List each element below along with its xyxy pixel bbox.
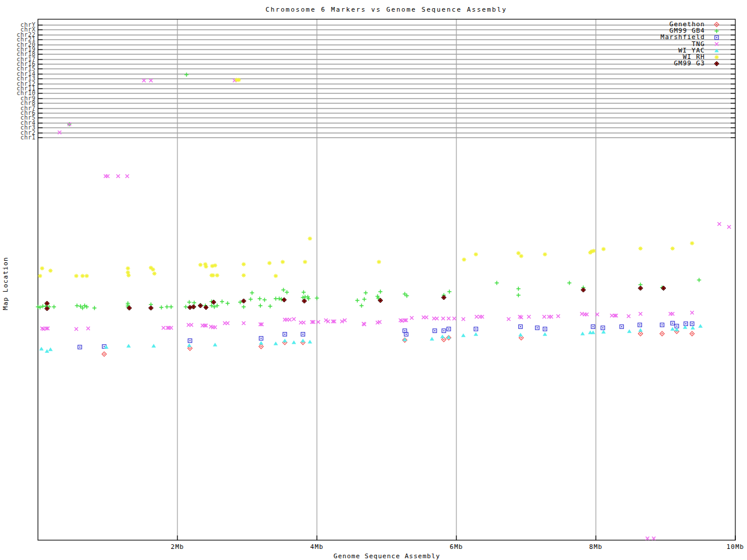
data-point-dot: [537, 327, 538, 328]
data-point: [638, 246, 643, 250]
data-point-dot: [104, 346, 105, 347]
data-point: [690, 326, 695, 330]
data-point-dot: [521, 337, 522, 338]
data-point: [452, 317, 456, 320]
chart-title: Chromosome 6 Markers vs Genome Sequence …: [266, 6, 507, 13]
data-point-dot: [193, 306, 194, 307]
data-point: [727, 225, 731, 229]
data-point: [242, 273, 246, 277]
data-point: [516, 287, 521, 291]
data-point: [116, 174, 120, 178]
data-point: [292, 341, 296, 344]
data-point: [556, 314, 560, 318]
data-point: [38, 274, 42, 278]
x-tick-label: 4Mb: [310, 543, 324, 551]
data-point: [543, 332, 547, 336]
data-point-dot: [544, 328, 546, 330]
data-point: [274, 342, 278, 345]
legend-marker: [714, 22, 719, 27]
x-tick-label: 6Mb: [450, 543, 463, 551]
data-point: [302, 321, 305, 324]
data-point-dot: [284, 334, 285, 335]
data-point-dot: [692, 333, 693, 334]
legend-marker: [715, 36, 718, 39]
data-point-dot: [303, 300, 305, 302]
data-point: [378, 290, 382, 294]
data-point: [355, 299, 359, 303]
data-point: [126, 270, 130, 274]
data-point: [430, 337, 434, 341]
data-point: [220, 300, 224, 304]
data-point: [435, 317, 439, 320]
data-point: [75, 327, 78, 331]
data-point: [190, 323, 193, 327]
data-point: [274, 297, 278, 301]
data-point: [267, 261, 271, 265]
data-point: [263, 298, 267, 302]
data-point-dot: [200, 305, 201, 306]
data-point-dot: [47, 308, 48, 309]
data-point: [125, 174, 129, 178]
data-point: [638, 328, 643, 332]
data-point: [74, 274, 78, 278]
legend: GenethonGM99 GB4MarshfieldTNGWI YACWI RH…: [661, 20, 719, 67]
data-point: [690, 311, 694, 314]
data-point: [425, 316, 428, 319]
data-point: [302, 290, 306, 295]
data-point: [462, 317, 465, 321]
data-point: [169, 305, 173, 309]
data-point: [410, 316, 414, 320]
data-point: [274, 274, 278, 278]
data-point-dot: [47, 303, 48, 304]
data-point-dot: [676, 326, 678, 327]
data-point: [250, 291, 254, 295]
data-point: [127, 273, 131, 277]
data-point: [192, 301, 196, 305]
data-point: [671, 246, 675, 250]
data-point: [226, 302, 230, 306]
x-axis-label: Genome Sequence Assembly: [334, 552, 441, 560]
data-point: [152, 344, 156, 348]
data-point: [308, 340, 312, 344]
data-point: [543, 252, 547, 256]
data-point: [303, 260, 307, 264]
data-point: [249, 298, 253, 302]
data-point: [475, 315, 479, 318]
data-point: [36, 305, 40, 309]
data-point: [550, 315, 553, 318]
data-point: [714, 55, 718, 59]
data-point: [142, 79, 146, 82]
data-point-dot: [639, 324, 640, 326]
data-point: [441, 317, 445, 320]
data-point: [718, 222, 721, 226]
data-point: [462, 257, 466, 261]
data-point: [258, 297, 262, 301]
data-point: [645, 537, 649, 540]
data-point: [268, 304, 272, 309]
data-point: [184, 305, 188, 309]
data-point: [440, 335, 445, 338]
x-tick-label: 8Mb: [589, 543, 603, 551]
data-point-dot: [151, 307, 152, 309]
data-point: [480, 315, 484, 318]
chart-canvas: chrYchrXchr22chr21chr20chr19chr18chr17ch…: [0, 0, 747, 560]
data-point-dot: [582, 289, 584, 290]
data-point: [81, 274, 85, 278]
data-point: [671, 327, 675, 331]
data-point: [448, 290, 452, 294]
data-point: [282, 339, 287, 342]
data-point: [507, 317, 511, 321]
data-point: [277, 297, 281, 301]
data-point: [543, 315, 546, 318]
data-point: [627, 314, 630, 318]
data-point-dot: [302, 334, 303, 335]
data-point: [226, 321, 229, 325]
data-point-dot: [260, 346, 261, 347]
data-point-dot: [406, 334, 407, 335]
data-point: [627, 330, 632, 333]
data-point: [638, 312, 642, 316]
data-point: [474, 332, 479, 336]
chromosome-label: chr1: [20, 134, 36, 141]
data-point-dot: [448, 328, 449, 330]
data-point-dot: [592, 326, 594, 327]
